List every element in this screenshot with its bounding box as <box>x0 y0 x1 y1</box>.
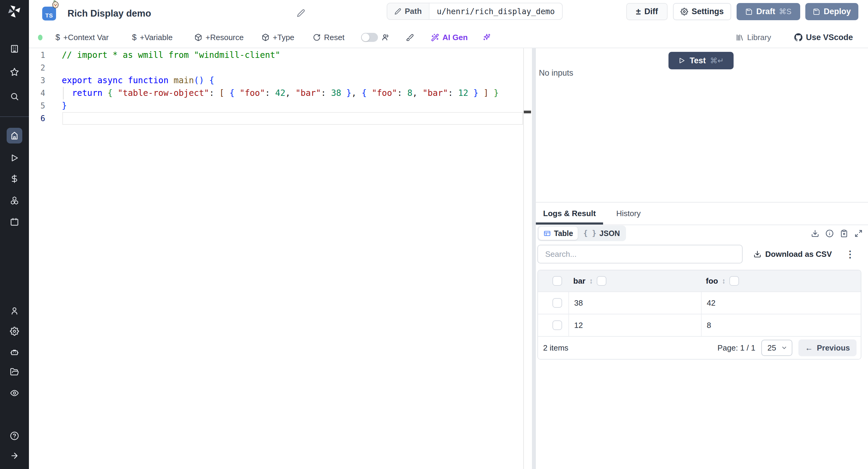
code-editor[interactable]: 123456 // import * as wmill from "windmi… <box>29 48 532 469</box>
library-icon <box>736 33 744 41</box>
column-header-bar[interactable]: bar <box>573 276 585 286</box>
result-table: bar ↕ foo ↕ 38 42 <box>537 270 861 359</box>
page-size-select[interactable]: 25 <box>761 340 792 356</box>
add-variable-button[interactable]: $ +Variable <box>132 27 173 48</box>
deploy-button[interactable]: Deploy <box>805 3 858 20</box>
diff-button[interactable]: ± Diff <box>626 3 668 20</box>
path-value[interactable]: u/henri/rich_display_demo <box>430 3 562 19</box>
cell-foo: 8 <box>701 314 861 336</box>
path-field[interactable]: Path u/henri/rich_display_demo <box>387 3 563 20</box>
test-button[interactable]: Test ⌘↵ <box>669 52 734 69</box>
line-number[interactable]: 2 <box>29 61 45 74</box>
chevron-down-icon <box>781 345 787 351</box>
search-input[interactable] <box>537 245 743 263</box>
diff-mode-toggle[interactable] <box>361 33 378 42</box>
use-vscode-button[interactable]: Use VScode <box>794 27 853 48</box>
line-number[interactable]: 6 <box>29 112 45 125</box>
sparkles-icon[interactable] <box>483 27 491 48</box>
sidebar-item-users-icon[interactable] <box>8 304 21 317</box>
top-bar: TS Rich Display demo <box>29 0 868 27</box>
wand-icon <box>431 33 439 41</box>
code-line[interactable]: // import * as wmill from "windmill-clie… <box>62 49 520 61</box>
info-icon[interactable] <box>826 229 834 238</box>
edit-summary-pencil-icon[interactable] <box>297 9 305 17</box>
windmill-logo-icon[interactable] <box>7 5 22 18</box>
settings-button[interactable]: Settings <box>673 3 731 20</box>
code-line[interactable] <box>62 112 520 125</box>
sidebar-item-resources-cubes-icon[interactable] <box>8 194 21 207</box>
column-bar-checkbox[interactable] <box>597 276 607 286</box>
sidebar-divider <box>0 116 29 117</box>
braces-icon: { } <box>583 229 596 238</box>
tab-history[interactable]: History <box>609 202 648 224</box>
test-shortcut: ⌘↵ <box>710 56 724 65</box>
add-resource-button[interactable]: +Resource <box>194 27 244 48</box>
code-line[interactable]: return { "table-row-object": [ { "foo": … <box>62 87 520 99</box>
draft-button[interactable]: Draft ⌘S <box>737 3 800 20</box>
code-lines: // import * as wmill from "windmill-clie… <box>62 49 520 125</box>
expand-icon[interactable] <box>855 229 863 238</box>
code-line[interactable]: } <box>62 99 520 112</box>
github-icon <box>794 33 803 41</box>
column-foo-checkbox[interactable] <box>730 276 739 286</box>
right-panel: No inputs Test ⌘↵ Logs & Result History <box>536 48 868 469</box>
sort-icon[interactable]: ↕ <box>589 277 593 285</box>
dollar-icon: $ <box>56 33 60 42</box>
row-checkbox[interactable] <box>553 320 562 330</box>
line-number[interactable]: 3 <box>29 74 45 87</box>
table-row[interactable]: 38 42 <box>538 291 861 314</box>
sidebar-item-variables-dollar-icon[interactable] <box>8 172 21 185</box>
status-dot <box>38 35 42 40</box>
package-icon <box>194 33 202 41</box>
code-line[interactable] <box>62 61 520 74</box>
overview-ruler-cursor-mark <box>524 111 531 113</box>
tab-logs-result[interactable]: Logs & Result <box>536 202 603 224</box>
previous-page-button[interactable]: ← Previous <box>798 339 857 356</box>
multiplayer-users-icon[interactable] <box>381 27 390 48</box>
kebab-menu-icon[interactable]: ⋮ <box>845 245 855 263</box>
sidebar-item-schedules-calendar-icon[interactable] <box>8 215 21 228</box>
arrow-left-icon: ← <box>805 343 813 353</box>
sidebar-item-runs-play-icon[interactable] <box>8 151 21 164</box>
add-context-var-button[interactable]: $ +Context Var <box>56 27 109 48</box>
search-icon[interactable] <box>8 90 21 103</box>
sidebar-item-audit-eye-icon[interactable] <box>8 386 21 400</box>
select-all-checkbox[interactable] <box>553 276 562 286</box>
page-title: Rich Display demo <box>67 0 151 27</box>
cell-foo: 42 <box>701 292 861 314</box>
favorites-star-icon[interactable] <box>8 65 21 79</box>
row-checkbox[interactable] <box>553 298 562 308</box>
workspace-building-icon[interactable] <box>8 42 21 56</box>
view-json-option[interactable]: { } JSON <box>578 227 624 240</box>
format-brush-icon[interactable] <box>406 27 414 48</box>
sidebar-item-home[interactable] <box>7 128 22 144</box>
sidebar-item-workers-robot-icon[interactable] <box>8 345 21 359</box>
view-table-option[interactable]: Table <box>538 227 578 240</box>
library-button[interactable]: Library <box>736 27 771 48</box>
line-number[interactable]: 5 <box>29 99 45 112</box>
gear-icon <box>681 8 688 15</box>
column-header-foo[interactable]: foo <box>706 276 718 286</box>
windmill-app: TS Rich Display demo <box>0 0 868 469</box>
sidebar-item-folders-icon[interactable] <box>8 365 21 379</box>
help-icon[interactable] <box>8 429 21 442</box>
ai-gen-button[interactable]: AI Gen <box>431 27 468 48</box>
expand-sidebar-arrow-icon[interactable] <box>8 449 21 462</box>
path-label: Path <box>405 7 422 16</box>
panel-resize-handle[interactable] <box>532 48 536 469</box>
reset-button[interactable]: Reset <box>313 27 344 48</box>
path-label-section: Path <box>387 3 430 19</box>
line-number[interactable]: 1 <box>29 49 45 61</box>
add-type-button[interactable]: +Type <box>261 27 294 48</box>
clipboard-copy-icon[interactable] <box>840 229 848 238</box>
sidebar-item-settings-gear-icon[interactable] <box>8 324 21 338</box>
sort-icon[interactable]: ↕ <box>722 277 725 285</box>
editor-gutter: 123456 <box>29 49 45 125</box>
code-line[interactable]: export async function main() { <box>62 74 520 87</box>
line-number[interactable]: 4 <box>29 87 45 99</box>
download-icon[interactable] <box>811 229 819 238</box>
table-row[interactable]: 12 8 <box>538 314 861 336</box>
dollar-icon: $ <box>132 33 136 42</box>
download-csv-button[interactable]: Download as CSV <box>753 245 832 263</box>
no-inputs-label: No inputs <box>539 68 573 78</box>
